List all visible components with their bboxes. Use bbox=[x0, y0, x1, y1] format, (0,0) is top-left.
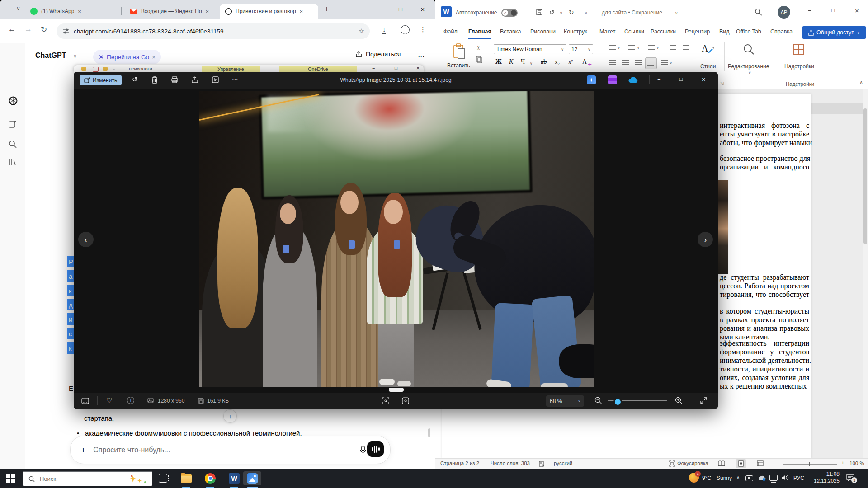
bookmark-star-icon[interactable]: ☆ bbox=[359, 27, 364, 35]
file-explorer-button[interactable] bbox=[179, 471, 193, 485]
paste-label[interactable]: Вставить bbox=[447, 62, 470, 69]
next-image-button[interactable]: › bbox=[698, 232, 713, 247]
ribbon-tab-view[interactable]: Вид bbox=[719, 28, 730, 35]
increase-indent-icon[interactable] bbox=[683, 45, 689, 50]
status-word-count[interactable]: Число слов: 383 bbox=[491, 460, 530, 466]
ribbon-tab-insert[interactable]: Вставка bbox=[500, 28, 521, 35]
line-spacing-chevron-icon[interactable]: ∨ bbox=[670, 61, 672, 65]
share-access-button[interactable]: Общий доступ ∨ bbox=[802, 26, 866, 39]
profile-icon[interactable] bbox=[401, 25, 410, 34]
autosave-toggle[interactable]: ✓ bbox=[501, 9, 518, 17]
word-maximize-button[interactable]: □ bbox=[831, 7, 835, 14]
cut-icon[interactable]: ✂ bbox=[475, 45, 482, 50]
photo-image[interactable] bbox=[199, 91, 594, 387]
zoom-out-button[interactable]: − bbox=[774, 460, 778, 465]
ribbon-tab-review[interactable]: Рецензир bbox=[685, 28, 710, 35]
back-icon[interactable]: ← bbox=[8, 25, 16, 34]
ribbon-tab-layout[interactable]: Макет bbox=[599, 28, 615, 35]
ai-edit-icon[interactable] bbox=[587, 75, 596, 84]
ribbon-tab-officetab[interactable]: Office Tab bbox=[736, 28, 761, 35]
language-indicator[interactable]: РУС bbox=[793, 475, 804, 481]
font-size-select[interactable]: 12∨ bbox=[569, 44, 593, 54]
align-right-icon[interactable] bbox=[635, 60, 642, 65]
cast-icon[interactable] bbox=[745, 475, 753, 481]
photos-close-button[interactable]: × bbox=[702, 75, 706, 83]
delete-icon[interactable] bbox=[151, 76, 158, 84]
slideshow-icon[interactable] bbox=[212, 76, 219, 83]
bullet-chevron-icon[interactable]: ∨ bbox=[618, 46, 620, 50]
subscript-button[interactable]: x₂ bbox=[555, 58, 560, 66]
zoom-out-icon[interactable] bbox=[594, 397, 602, 404]
undo-icon[interactable]: ↻ bbox=[549, 9, 555, 16]
explorer-tab-onedrive[interactable]: OneDrive bbox=[279, 66, 357, 72]
word-scrollbar-thumb[interactable] bbox=[863, 108, 867, 244]
photos-minimize-button[interactable]: − bbox=[657, 76, 661, 83]
status-language[interactable]: русский bbox=[554, 460, 572, 466]
start-button[interactable] bbox=[6, 474, 15, 483]
onedrive-tray-icon[interactable]: i bbox=[758, 475, 766, 481]
undo-chevron-icon[interactable]: ∨ bbox=[560, 11, 563, 15]
numbered-chevron-icon[interactable]: ∨ bbox=[637, 46, 640, 50]
actual-size-icon[interactable] bbox=[402, 397, 409, 404]
superscript-button[interactable]: x² bbox=[568, 58, 573, 66]
bullet-list-icon[interactable] bbox=[609, 45, 616, 50]
fullscreen-icon[interactable] bbox=[700, 397, 707, 404]
conversation-menu-icon[interactable]: ⋯ bbox=[418, 52, 425, 61]
explorer-maximize-button[interactable]: □ bbox=[395, 66, 397, 70]
ribbon-tab-draw[interactable]: Рисовани bbox=[530, 28, 556, 35]
explorer-minimize-button[interactable]: − bbox=[372, 66, 375, 71]
zoom-slider-thumb[interactable] bbox=[809, 462, 810, 466]
clock-time[interactable]: 11:08 bbox=[811, 471, 840, 477]
attach-plus-icon[interactable]: + bbox=[80, 445, 86, 455]
editing-label[interactable]: Редактирование bbox=[728, 63, 769, 70]
onedrive-icon[interactable] bbox=[628, 77, 638, 83]
taskbar-search-box[interactable] bbox=[23, 471, 152, 486]
read-mode-icon[interactable] bbox=[718, 460, 725, 467]
info-icon[interactable]: i bbox=[127, 397, 134, 404]
collapse-ribbon-icon[interactable]: ∧ bbox=[859, 80, 863, 85]
chatgpt-logo-icon[interactable] bbox=[8, 95, 19, 106]
zoom-level-select[interactable]: 68 % ∨ bbox=[546, 395, 584, 407]
weather-condition[interactable]: Sunny bbox=[717, 475, 732, 481]
tab-chatgpt-active[interactable]: Приветствие и разговор × bbox=[220, 4, 318, 19]
word-scrollbar[interactable] bbox=[863, 89, 868, 458]
clipchamp-icon[interactable] bbox=[608, 75, 617, 84]
tab-close-icon[interactable]: × bbox=[78, 8, 81, 15]
scroll-to-bottom-button[interactable]: ↓ bbox=[223, 409, 237, 423]
volume-icon[interactable] bbox=[782, 474, 789, 481]
save-icon[interactable] bbox=[536, 9, 543, 16]
ribbon-tab-references[interactable]: Ссылки bbox=[624, 28, 644, 35]
pill-close-icon[interactable]: × bbox=[152, 54, 156, 61]
focus-label[interactable]: Фокусировка bbox=[677, 460, 708, 466]
multilevel-chevron-icon[interactable]: ∨ bbox=[656, 46, 659, 50]
editing-find-icon[interactable] bbox=[743, 43, 755, 55]
zoom-slider[interactable] bbox=[608, 400, 667, 401]
align-left-icon[interactable] bbox=[609, 60, 616, 65]
title-chevron-icon[interactable]: ∨ bbox=[675, 11, 678, 15]
filmstrip-toggle-icon[interactable] bbox=[81, 398, 89, 404]
explorer-close-button[interactable]: × bbox=[416, 65, 420, 71]
print-layout-icon-active[interactable] bbox=[736, 459, 746, 468]
zoom-slider-track[interactable] bbox=[783, 464, 837, 465]
tab-close-icon[interactable]: × bbox=[206, 8, 209, 15]
tab-yandex-mail[interactable]: Входящие — Яндекс По × bbox=[125, 4, 218, 19]
justify-button-active[interactable] bbox=[645, 57, 657, 69]
favorite-heart-icon[interactable]: ♡ bbox=[106, 396, 112, 404]
clear-format-button[interactable]: A bbox=[582, 58, 587, 66]
library-icon[interactable] bbox=[8, 158, 17, 167]
chatgpt-model-selector[interactable]: ChatGPT bbox=[35, 52, 66, 60]
browser-minimize-button[interactable]: − bbox=[370, 6, 383, 13]
chat-scrollbar-thumb[interactable] bbox=[428, 428, 430, 437]
previous-image-button[interactable]: ‹ bbox=[78, 232, 94, 247]
italic-button[interactable]: K bbox=[509, 58, 513, 66]
filmstrip-current-indicator[interactable] bbox=[389, 388, 404, 392]
browser-maximize-button[interactable]: □ bbox=[394, 6, 407, 13]
ribbon-tab-help[interactable]: Справка bbox=[770, 28, 793, 35]
clock-date[interactable]: 12.11.2025 bbox=[809, 478, 840, 483]
more-options-icon[interactable]: ⋯ bbox=[232, 75, 238, 83]
share-icon[interactable] bbox=[191, 76, 198, 83]
font-name-select[interactable]: Times New Roman∨ bbox=[494, 44, 566, 54]
address-bar[interactable]: chatgpt.com/c/69141883-cc78-8324-8caf-af… bbox=[57, 23, 370, 39]
editing-chevron-icon[interactable]: ∨ bbox=[748, 70, 751, 75]
tab-search-icon[interactable]: ∨ bbox=[16, 5, 20, 12]
